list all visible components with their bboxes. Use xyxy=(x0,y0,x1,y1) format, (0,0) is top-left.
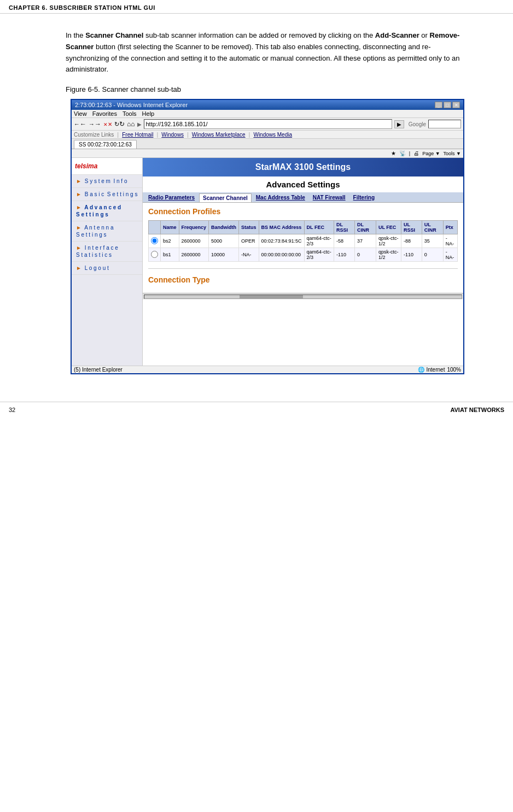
connection-profiles-table: Name Frequency Bandwidth Status BS MAC A… xyxy=(148,220,458,262)
tab-radio-parameters[interactable]: Radio Parameters xyxy=(145,193,198,202)
row1-bandwidth: 5000 xyxy=(209,234,239,248)
nav-label-antenna-settings: A n t e n n aS e t t i n g s xyxy=(76,225,114,238)
footer-company: AVIAT NETWORKS xyxy=(450,407,504,413)
row1-mac: 00:02:73:84:91:5C xyxy=(259,234,304,248)
nav-label-logout: L o g o u t xyxy=(85,265,109,271)
bookmark-hotmail[interactable]: Free Hotmail xyxy=(122,132,153,138)
content-area: Connection Profiles Name Frequency Bandw… xyxy=(143,203,463,293)
nav-item-logout[interactable]: ► L o g o u t xyxy=(72,262,142,275)
tab-nat-firewall[interactable]: NAT Firewall xyxy=(310,193,349,202)
row2-ptx: -NA- xyxy=(443,248,457,262)
row2-radio-input[interactable] xyxy=(151,251,158,258)
nav-label-advanced-settings: A d v a n c e dS e t t i n g s xyxy=(76,204,121,217)
address-input[interactable] xyxy=(144,119,392,129)
nav-item-advanced-settings[interactable]: ► A d v a n c e dS e t t i n g s xyxy=(72,201,142,221)
row1-status: OPER xyxy=(239,234,259,248)
internet-label: Internet xyxy=(427,367,445,373)
nav-item-system-info[interactable]: ► S y s t e m I n f o xyxy=(72,175,142,188)
menu-tools[interactable]: Tools xyxy=(123,110,137,117)
th-ul-rssi: UL RSSI xyxy=(401,221,422,234)
bookmark-marketplace[interactable]: Windows Marketplace xyxy=(192,132,246,138)
divider1: | xyxy=(409,151,410,156)
th-dl-rssi: DL RSSI xyxy=(334,221,355,234)
bookmark-windows[interactable]: Windows xyxy=(161,132,184,138)
address-label: ▶ xyxy=(137,121,142,127)
bookmark-media[interactable]: Windows Media xyxy=(253,132,292,138)
forward-icon[interactable]: → xyxy=(89,120,101,128)
tab-mac-address[interactable]: Mac Address Table xyxy=(253,193,308,202)
minimize-button[interactable]: _ xyxy=(435,102,442,108)
print-icon[interactable]: 🖨 xyxy=(413,150,419,156)
panel-subheader: Advanced Settings xyxy=(143,176,463,192)
nav-logo-area: telsima xyxy=(72,158,142,175)
row1-dl-cinr: 37 xyxy=(355,234,376,248)
browser-titlebar: 2:73:00:12:63 - Windows Internet Explore… xyxy=(72,100,463,110)
google-search[interactable] xyxy=(428,120,461,128)
nav-item-interface-statistics[interactable]: ► I n t e r f a c eS t a t i s t i c s xyxy=(72,242,142,262)
feed-icon[interactable]: 📡 xyxy=(399,150,406,156)
figure-label: Figure 6-5. xyxy=(66,85,100,93)
bullet-advanced: ► xyxy=(76,204,81,210)
row1-radio-cell[interactable] xyxy=(149,234,161,248)
maximize-button[interactable]: □ xyxy=(444,102,451,108)
scroll-area[interactable] xyxy=(143,293,463,299)
row2-frequency: 2600000 xyxy=(179,248,209,262)
th-dl-fec: DL FEC xyxy=(304,221,334,234)
horizontal-scrollbar[interactable] xyxy=(144,295,462,299)
favorites-icon[interactable]: ★ xyxy=(391,150,396,156)
connection-profiles-title: Connection Profiles xyxy=(148,207,458,216)
browser-window: 2:73:00:12:63 - Windows Internet Explore… xyxy=(71,99,464,374)
tab-scanner-channel[interactable]: Scanner Channel xyxy=(199,193,252,202)
bookmark-sep2: | xyxy=(156,131,158,138)
th-bandwidth: Bandwidth xyxy=(209,221,239,234)
row1-dl-fec: qam64-ctc-2/3 xyxy=(304,234,334,248)
refresh-icon[interactable]: ↻ xyxy=(114,120,125,128)
row1-name: bs2 xyxy=(161,234,179,248)
row2-dl-cinr: 0 xyxy=(355,248,376,262)
figure-caption: Figure 6-5. Scanner channel sub-tab xyxy=(66,85,469,93)
bullet-interface: ► xyxy=(76,245,81,251)
row2-radio-cell[interactable] xyxy=(149,248,161,262)
menu-favorites[interactable]: Favorites xyxy=(92,110,117,117)
back-icon[interactable]: ← xyxy=(74,120,86,128)
google-label: Google xyxy=(409,121,426,127)
th-radio xyxy=(149,221,161,234)
bookmark-sep1: | xyxy=(117,131,119,138)
nav-item-basic-settings[interactable]: ► B a s i c S e t t i n g s xyxy=(72,188,142,201)
row1-radio-input[interactable] xyxy=(151,237,158,244)
browser-tab-label: SS 00:02:73:00:12:63 xyxy=(79,142,132,148)
home-icon[interactable]: ⌂ xyxy=(127,120,135,128)
nav-label-basic-settings: B a s i c S e t t i n g s xyxy=(85,191,138,197)
row2-dl-fec: qam64-ctc-2/3 xyxy=(304,248,334,262)
scroll-thumb[interactable] xyxy=(240,295,303,298)
table-row: bs1 2600000 10000 -NA- 00:00:00:00:00:00… xyxy=(149,248,458,262)
status-right: 🌐 Internet 100% xyxy=(418,367,462,373)
menu-help[interactable]: Help xyxy=(142,110,155,117)
nav-item-antenna-settings[interactable]: ► A n t e n n aS e t t i n g s xyxy=(72,221,142,242)
address-bar-row: ← → ✕ ↻ ⌂ ▶ ▶ Google xyxy=(72,118,463,131)
th-frequency: Frequency xyxy=(179,221,209,234)
tools-icon: Tools ▼ xyxy=(444,151,461,156)
row1-ul-fec: qpsk-ctc-1/2 xyxy=(376,234,401,248)
go-button[interactable]: ▶ xyxy=(394,120,404,128)
th-dl-cinr: DL CINR xyxy=(355,221,376,234)
intro-paragraph: In the Scanner Channel sub-tab scanner i… xyxy=(66,30,469,75)
page-header: CHAPTER 6. SUBSCRIBER STATION HTML GUI xyxy=(0,0,513,14)
browser-tab-main[interactable]: SS 00:02:73:00:12:63 xyxy=(74,140,137,149)
bookmark-sep3: | xyxy=(187,131,189,138)
panel-header: StarMAX 3100 Settings xyxy=(143,158,463,176)
row2-dl-rssi: -110 xyxy=(334,248,355,262)
bookmarks-label: Customize Links xyxy=(74,132,114,138)
stop-icon[interactable]: ✕ xyxy=(103,121,112,127)
tab-filtering[interactable]: Filtering xyxy=(350,193,378,202)
close-button[interactable]: ✕ xyxy=(452,102,460,108)
row1-frequency: 2600000 xyxy=(179,234,209,248)
zoom-level: 100% xyxy=(447,367,461,373)
nav-label-system-info: S y s t e m I n f o xyxy=(85,178,127,184)
bullet-logout: ► xyxy=(76,265,81,271)
nav-label-interface-statistics: I n t e r f a c eS t a t i s t i c s xyxy=(76,245,118,258)
row2-bandwidth: 10000 xyxy=(209,248,239,262)
menu-view[interactable]: View xyxy=(74,110,87,117)
row1-ul-rssi: -88 xyxy=(401,234,422,248)
th-ptx: Ptx xyxy=(443,221,457,234)
